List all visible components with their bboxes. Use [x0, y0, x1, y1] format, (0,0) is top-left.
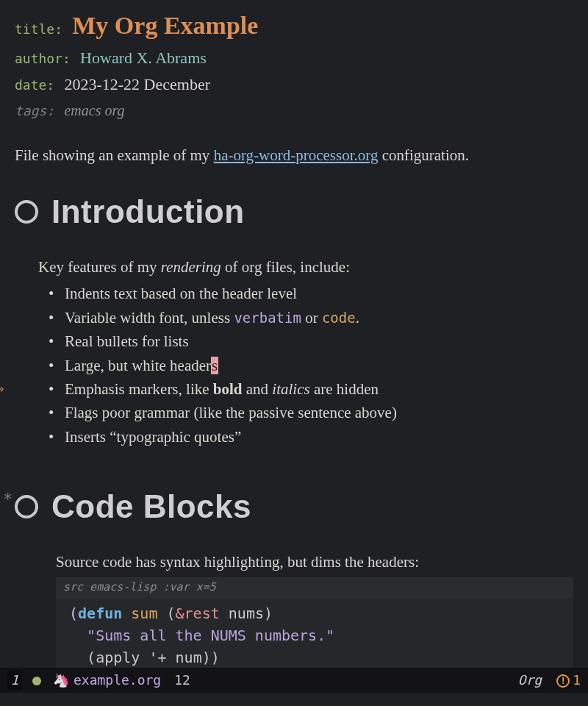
document-tags: emacs org — [64, 102, 124, 118]
modeline-line-number: 12 — [174, 671, 190, 690]
list-item: Flags poor grammar (like the passive sen… — [49, 402, 573, 424]
code-token-string: "Sums all the NUMS numbers." — [87, 627, 334, 644]
intro-paragraph: File showing an example of my ha-org-wor… — [15, 144, 573, 166]
code-token: '+ — [148, 649, 166, 666]
minibuffer[interactable] — [0, 693, 588, 706]
circle-bullet-icon — [15, 495, 38, 518]
intro-text-before: File showing an example of my — [15, 146, 214, 164]
modeline-filename[interactable]: example.org — [74, 671, 161, 690]
warning-symbol: ! — [560, 676, 566, 685]
meta-key-author: author: — [15, 51, 71, 66]
source-block-header: src emacs-lisp :var x=5 — [56, 577, 573, 598]
heading-introduction: Introduction — [51, 188, 245, 235]
list-text: Emphasis markers, like — [65, 380, 213, 398]
italic-text: italics — [272, 380, 309, 398]
list-text: Flags poor grammar (like the passive sen… — [65, 404, 397, 421]
code-lead: Source code has syntax highlighting, but… — [56, 551, 573, 573]
code-token-keyword: defun — [78, 605, 122, 622]
config-link[interactable]: ha-org-word-processor.org — [214, 146, 379, 164]
lead-before: Key features of my — [38, 258, 161, 276]
heading-code-blocks: Code Blocks — [51, 483, 251, 530]
list-text: and — [243, 380, 273, 398]
meta-title-line: title: My Org Example — [15, 7, 573, 43]
intro-text-after: configuration. — [378, 146, 469, 164]
list-item: Real bullets for lists — [49, 330, 573, 352]
lead-after: of org files, include: — [221, 258, 350, 276]
meta-key-title: title: — [15, 21, 62, 37]
modeline-warning-count: 1 — [573, 671, 581, 690]
code-token — [157, 605, 166, 622]
code-token — [122, 605, 131, 622]
src-lang-args: emacs-lisp :var x=5 — [83, 580, 216, 593]
code-blocks-body: Source code has syntax highlighting, but… — [56, 551, 573, 573]
list-text: . — [356, 309, 359, 327]
code-token: )) — [202, 649, 220, 666]
bold-text: bold — [213, 380, 243, 398]
modified-indicator-icon — [32, 677, 41, 685]
document-author: Howard X. Abrams — [80, 49, 207, 67]
meta-date-line: date: 2023-12-22 December — [15, 73, 573, 96]
modeline-major-mode[interactable]: Org — [518, 671, 542, 690]
src-label: src — [63, 580, 83, 593]
list-text: Large, but white header — [65, 357, 211, 374]
code-token-function: sum — [131, 605, 157, 622]
editor-buffer[interactable]: title: My Org Example author: Howard X. … — [0, 0, 588, 696]
meta-tags-line: tags: emacs org — [15, 99, 573, 121]
code-token — [220, 605, 229, 622]
features-lead: Key features of my rendering of org file… — [38, 256, 573, 278]
introduction-body: Key features of my rendering of org file… — [38, 256, 573, 449]
code-token — [140, 649, 148, 666]
list-text: or — [301, 309, 322, 327]
meta-key-date: date: — [15, 77, 54, 93]
section-code-blocks: Code Blocks Source code has syntax highl… — [15, 483, 573, 696]
list-text: Real bullets for lists — [65, 332, 189, 350]
code-token: ) — [264, 605, 273, 622]
source-block-body[interactable]: (defun sum (&rest nums) "Sums all the NU… — [56, 598, 573, 676]
heading-row-code-blocks[interactable]: Code Blocks — [15, 483, 573, 530]
heading-row-introduction[interactable]: Introduction — [15, 188, 573, 235]
cursor-position: s — [211, 357, 218, 374]
modeline-window-number: 1 — [7, 671, 22, 690]
warning-icon[interactable]: ! — [556, 674, 570, 688]
fringe-marker-icon: » — [0, 380, 4, 397]
code-token — [167, 649, 176, 666]
meta-author-line: author: Howard X. Abrams — [15, 46, 573, 70]
section-introduction: Introduction Key features of my renderin… — [15, 188, 573, 448]
document-title: My Org Example — [72, 12, 258, 39]
document-date: 2023-12-22 December — [64, 75, 210, 93]
circle-bullet-icon — [15, 200, 38, 224]
features-list: Indents text based on the header level V… — [49, 282, 573, 448]
list-text: Inserts “typographic quotes” — [65, 428, 241, 446]
code-token: ( — [166, 605, 175, 622]
code-token-type: &rest — [176, 605, 220, 622]
list-text: are hidden — [310, 380, 379, 398]
list-item: Large, but white headers — [49, 354, 573, 377]
code-token: apply — [96, 649, 140, 666]
list-item: Indents text based on the header level — [49, 282, 573, 304]
list-item: Variable width font, unless verbatim or … — [49, 307, 573, 329]
code-token: ( — [69, 605, 78, 622]
code-text: code — [322, 310, 356, 326]
code-token-var: num — [176, 649, 202, 666]
list-item: Inserts “typographic quotes” — [49, 426, 573, 448]
lead-emphasis: rendering — [161, 258, 221, 276]
meta-key-tags: tags: — [15, 103, 54, 118]
list-text: Indents text based on the header level — [65, 285, 297, 302]
mode-line[interactable]: 1 🦄 example.org 12 Org ! 1 — [0, 668, 588, 693]
unicorn-icon: 🦄 — [53, 671, 69, 690]
list-item: » Emphasis markers, like bold and italic… — [49, 378, 573, 400]
verbatim-text: verbatim — [234, 310, 301, 326]
code-token: ( — [87, 649, 96, 666]
code-token-var: nums — [229, 605, 264, 622]
list-text: Variable width font, unless — [65, 309, 234, 327]
